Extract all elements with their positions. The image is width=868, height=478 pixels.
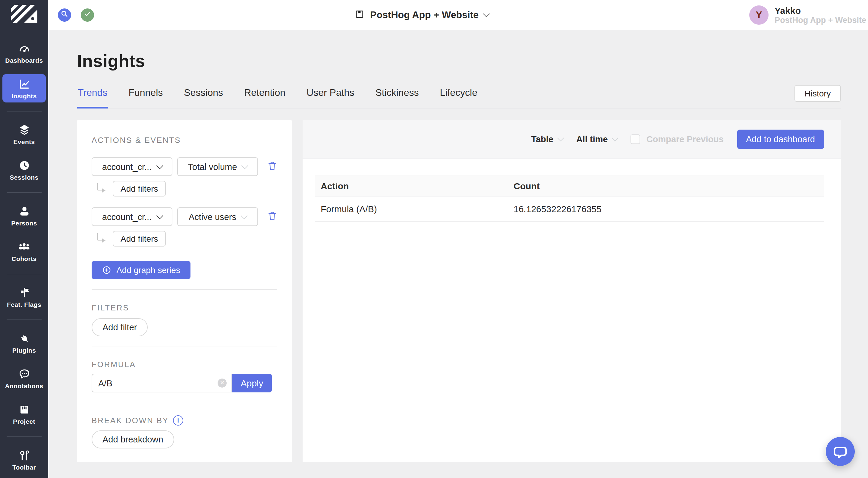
series-2-filters: Add filters xyxy=(92,231,277,247)
sidebar-item-label: Sessions xyxy=(10,173,38,181)
sidebar-item-cohorts[interactable]: Cohorts xyxy=(2,237,46,265)
plus-circle-icon xyxy=(102,265,112,275)
sidebar-item-project[interactable]: Project xyxy=(2,400,46,428)
delete-series-1-button[interactable] xyxy=(267,160,277,173)
clear-input-icon[interactable]: ✕ xyxy=(218,379,227,388)
sidebar-item-toolbar[interactable]: Toolbar xyxy=(2,445,46,474)
chevron-down-icon xyxy=(612,135,618,142)
apply-formula-button[interactable]: Apply xyxy=(232,374,272,392)
sidebar-item-dashboards[interactable]: Dashboards xyxy=(2,39,46,67)
add-graph-series-button[interactable]: Add graph series xyxy=(92,261,190,279)
table-header-action: Action xyxy=(315,175,507,196)
series-row-2: account_cr... Active users xyxy=(92,208,277,226)
tools-icon xyxy=(18,449,30,462)
sessions-icon xyxy=(18,159,30,172)
tab-stickiness[interactable]: Stickiness xyxy=(375,87,419,108)
sidebar-item-persons[interactable]: Persons xyxy=(2,201,46,230)
table-cell-action: Formula (A/B) xyxy=(315,196,507,222)
formula-field: ✕ xyxy=(92,374,232,392)
chevron-down-icon xyxy=(483,10,490,18)
user-organization: PostHog App + Website xyxy=(775,15,866,25)
table-header-row: Action Count xyxy=(315,175,824,196)
annotation-bubble-icon xyxy=(18,368,30,380)
table-cell-count: 16.126532226176355 xyxy=(507,196,824,222)
formula-row: ✕ Apply xyxy=(92,374,277,392)
page-title: Insights xyxy=(77,51,841,71)
chat-launcher-button[interactable] xyxy=(826,437,855,466)
divider xyxy=(92,347,277,347)
sidebar: Dashboards Insights Events xyxy=(0,0,48,478)
math-select-2-value: Active users xyxy=(189,212,236,222)
results-table: Action Count Formula (A/B) 16.1265322261… xyxy=(315,175,824,222)
tab-sessions[interactable]: Sessions xyxy=(183,87,224,108)
trash-icon xyxy=(267,210,277,223)
user-info: Yakko PostHog App + Website xyxy=(775,5,866,25)
posthog-logo[interactable] xyxy=(0,0,48,30)
add-graph-series-label: Add graph series xyxy=(116,265,180,275)
tab-funnels[interactable]: Funnels xyxy=(128,87,163,108)
tab-lifecycle[interactable]: Lifecycle xyxy=(439,87,478,108)
view-type-select[interactable]: Table xyxy=(531,134,563,144)
series-1-filters: Add filters xyxy=(92,181,277,196)
sidebar-item-sessions[interactable]: Sessions xyxy=(2,156,46,184)
formula-input[interactable] xyxy=(92,374,231,392)
tab-user-paths[interactable]: User Paths xyxy=(306,87,355,108)
dashboards-icon xyxy=(18,42,30,55)
chevron-down-icon xyxy=(241,162,248,169)
math-select-2[interactable]: Active users xyxy=(177,208,258,226)
topbar: PostHog App + Website Y Yakko PostHog Ap… xyxy=(48,0,868,30)
table-header-count: Count xyxy=(507,175,824,196)
search-button[interactable] xyxy=(58,8,71,22)
search-icon xyxy=(60,10,69,21)
project-switcher[interactable]: PostHog App + Website xyxy=(354,9,489,22)
sidebar-item-label: Persons xyxy=(11,219,37,227)
sidebar-item-label: Toolbar xyxy=(12,464,36,471)
avatar: Y xyxy=(749,5,769,25)
series-row-1: account_cr... Total volume xyxy=(92,157,277,176)
results-toolbar: Table All time Compare Previous Add to d… xyxy=(303,120,841,159)
add-filters-button-1[interactable]: Add filters xyxy=(113,181,166,196)
add-filters-button-2[interactable]: Add filters xyxy=(113,231,166,247)
persons-icon xyxy=(18,205,30,218)
sidebar-item-label: Events xyxy=(13,138,35,145)
trash-icon xyxy=(267,160,277,173)
insight-tabs: Trends Funnels Sessions Retention User P… xyxy=(77,87,841,108)
event-select-1[interactable]: account_cr... xyxy=(92,157,173,176)
flag-icon xyxy=(18,286,30,299)
sidebar-item-annotations[interactable]: Annotations xyxy=(2,364,46,392)
event-select-1-value: account_cr... xyxy=(102,162,152,171)
query-panel: ACTIONS & EVENTS account_cr... Total vol… xyxy=(77,120,292,462)
chevron-down-icon xyxy=(557,135,564,142)
info-icon[interactable]: i xyxy=(173,415,183,425)
add-breakdown-button[interactable]: Add breakdown xyxy=(92,431,174,448)
compare-previous-checkbox[interactable] xyxy=(631,134,641,144)
date-range-select[interactable]: All time xyxy=(576,134,618,144)
status-ok-button[interactable] xyxy=(81,8,94,22)
breakdown-header: BREAK DOWN BY i xyxy=(92,415,277,425)
sidebar-item-plugins[interactable]: Plugins xyxy=(2,328,46,357)
divider xyxy=(92,403,277,403)
user-menu[interactable]: Y Yakko PostHog App + Website xyxy=(749,5,868,25)
sidebar-item-insights[interactable]: Insights xyxy=(2,74,46,102)
sidebar-item-label: Insights xyxy=(11,92,37,99)
event-select-2[interactable]: account_cr... xyxy=(92,208,173,226)
sidebar-item-feature-flags[interactable]: Feat. Flags xyxy=(2,283,46,311)
sidebar-item-label: Dashboards xyxy=(5,57,43,64)
add-to-dashboard-button[interactable]: Add to dashboard xyxy=(737,130,824,149)
sidebar-divider xyxy=(7,192,41,193)
chevron-down-icon xyxy=(156,212,163,219)
actions-events-title: ACTIONS & EVENTS xyxy=(92,136,277,145)
sidebar-item-events[interactable]: Events xyxy=(2,120,46,148)
tab-retention[interactable]: Retention xyxy=(244,87,286,108)
math-select-1[interactable]: Total volume xyxy=(177,157,258,176)
topbar-center: PostHog App + Website xyxy=(94,9,749,22)
tab-trends[interactable]: Trends xyxy=(77,87,108,108)
chat-bubble-icon xyxy=(832,444,848,459)
sidebar-item-label: Plugins xyxy=(12,347,36,354)
project-icon xyxy=(354,9,365,22)
add-filter-button[interactable]: Add filter xyxy=(92,318,148,336)
results-panel: Table All time Compare Previous Add to d… xyxy=(303,120,841,462)
delete-series-2-button[interactable] xyxy=(267,210,277,223)
results-body: Action Count Formula (A/B) 16.1265322261… xyxy=(303,159,841,222)
history-button[interactable]: History xyxy=(795,85,841,102)
